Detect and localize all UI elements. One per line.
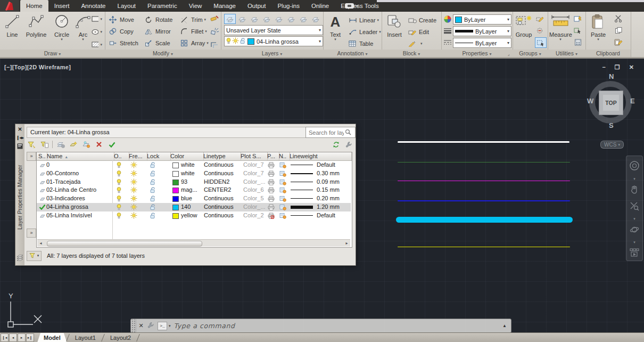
horizontal-scrollbar[interactable]: ◂ ▸: [37, 239, 350, 247]
layer-state-combo[interactable]: Unsaved Layer State ▾: [224, 25, 323, 35]
column-header-fre-[interactable]: Fre...: [127, 152, 147, 160]
group-selection-toggle[interactable]: [535, 37, 547, 48]
group-button[interactable]: Group: [514, 14, 533, 38]
command-prompt-icon[interactable]: >_: [158, 322, 167, 330]
layer-name[interactable]: 04-Linha grossa: [46, 203, 88, 211]
leader-button[interactable]: Leader▾: [349, 27, 381, 37]
layer-freeze-icon[interactable]: [130, 212, 137, 222]
layer-freeze-icon[interactable]: [273, 14, 285, 24]
chevron-down-icon[interactable]: ▾: [633, 241, 635, 243]
settings-icon[interactable]: [344, 140, 353, 149]
stretch-button[interactable]: Stretch: [109, 38, 138, 48]
viewcube-east[interactable]: E: [630, 97, 635, 105]
column-header-plot-s-[interactable]: Plot S...: [239, 152, 268, 160]
layer-isolate-icon[interactable]: [249, 14, 260, 24]
ellipse-button[interactable]: ▾: [92, 27, 102, 37]
trim-button[interactable]: Trim▾: [180, 15, 206, 25]
layer-linetype[interactable]: Continuous: [204, 161, 234, 169]
layer-linetype[interactable]: CENTER2: [204, 186, 231, 194]
array-button[interactable]: Array▾: [180, 38, 209, 48]
layer-properties-icon[interactable]: [224, 14, 236, 24]
set-current-icon[interactable]: [107, 140, 117, 149]
layer-name[interactable]: 05-Linha Invisível: [46, 211, 92, 220]
scroll-right-icon[interactable]: ▸: [343, 240, 350, 247]
prev-tab-icon[interactable]: ◂: [9, 333, 17, 342]
line-button[interactable]: Line: [2, 14, 22, 38]
measure-button[interactable]: Measure ▾: [549, 14, 572, 41]
auto-hide-icon[interactable]: ❙◂▸: [16, 134, 23, 141]
layer-name[interactable]: 01-Tracejada: [46, 178, 80, 186]
fillet-button[interactable]: Fillet▾: [180, 27, 207, 36]
move-button[interactable]: Move: [109, 15, 134, 25]
layer-lineweight[interactable]: Default: [317, 211, 335, 220]
new-layer-icon[interactable]: [69, 140, 78, 149]
circle-button[interactable]: Circle ▾: [50, 14, 73, 41]
layer-unlock-icon[interactable]: [150, 213, 156, 222]
command-grip-handle[interactable]: [131, 319, 136, 332]
scale-button[interactable]: Scale: [145, 38, 170, 48]
linear-dimension-button[interactable]: Linear▾: [349, 15, 379, 25]
panel-label-block[interactable]: Block▾: [382, 50, 441, 57]
viewcube-top-face[interactable]: TOP: [599, 91, 623, 115]
layer-search-input[interactable]: [308, 129, 345, 136]
layer-on-icon[interactable]: [117, 213, 121, 222]
line-03-indicadores[interactable]: [398, 200, 570, 201]
paste-special-button[interactable]: [613, 37, 624, 47]
viewcube-west[interactable]: W: [587, 97, 593, 105]
copy-clip-button[interactable]: [613, 26, 624, 35]
layer-search-box[interactable]: [306, 127, 356, 138]
properties-menu-icon[interactable]: [16, 143, 23, 150]
refresh-icon[interactable]: [331, 140, 341, 149]
arc-button[interactable]: Arc ▾: [75, 14, 92, 41]
mirror-button[interactable]: Mirror: [145, 27, 171, 36]
showmotion-icon[interactable]: [630, 248, 639, 259]
tab-view[interactable]: View: [183, 0, 208, 12]
layer-row-05-linha-invis-vel[interactable]: 05-Linha InvisívelyellowContinuousColor_…: [37, 211, 351, 220]
tab-home[interactable]: Home: [20, 0, 48, 12]
layer-lineweight[interactable]: 0.09 mm: [317, 178, 340, 186]
explode-button[interactable]: [209, 27, 220, 36]
wcs-menu[interactable]: WCS▾: [600, 141, 624, 149]
scroll-left-icon[interactable]: ◂: [37, 240, 44, 247]
tab-output[interactable]: Output: [242, 0, 272, 12]
table-button[interactable]: Table: [349, 39, 373, 48]
new-group-filter-icon[interactable]: [39, 140, 49, 149]
copy-button[interactable]: Copy: [109, 27, 134, 36]
column-header-linetype[interactable]: Linetype: [202, 152, 241, 160]
chevron-down-icon[interactable]: ▾: [633, 178, 635, 180]
orbit-icon[interactable]: [630, 225, 639, 237]
layer-linetype[interactable]: Continuous: [204, 194, 234, 203]
polyline-button[interactable]: Polyline: [23, 14, 49, 38]
viewcube-north[interactable]: N: [609, 72, 614, 80]
tab-insert[interactable]: Insert: [48, 0, 76, 12]
hatch-button[interactable]: ▾: [92, 40, 102, 50]
current-layer-combo[interactable]: 04-Linha grossa ▾: [224, 36, 323, 46]
application-button[interactable]: [0, 0, 19, 12]
column-header-lock[interactable]: Lock: [145, 152, 171, 160]
last-tab-icon[interactable]: ▸❙: [26, 333, 34, 342]
zoom-icon[interactable]: [630, 201, 639, 213]
workspace-switcher-icon[interactable]: ▾: [345, 3, 361, 9]
rectangle-button[interactable]: ▾: [92, 14, 102, 24]
panel-label-draw[interactable]: Draw▾: [0, 50, 105, 57]
drawing-window-controls[interactable]: − ❐ ✕: [602, 64, 638, 71]
layer-lock-icon[interactable]: [298, 14, 309, 24]
command-history-toggle-icon[interactable]: ▲: [502, 323, 507, 328]
quick-select-button[interactable]: [573, 14, 583, 23]
new-layer-vp-frozen-icon[interactable]: [81, 140, 91, 149]
panel-label-groups[interactable]: Groups▾: [513, 50, 548, 57]
first-tab-icon[interactable]: ❙◂: [1, 333, 9, 342]
layout-tab-model[interactable]: Model: [37, 333, 67, 342]
layer-row-02-linha-de-centro[interactable]: 02-Linha de Centromag...CENTER2Color_60.…: [37, 186, 351, 194]
column-header-lineweight[interactable]: Lineweight: [288, 152, 352, 160]
layer-color-swatch[interactable]: [172, 180, 179, 185]
layer-linetype[interactable]: Continuous: [204, 169, 234, 178]
group-edit-button[interactable]: [535, 14, 546, 23]
vp-freeze-icon[interactable]: [279, 213, 286, 222]
lineweight-list-button[interactable]: [442, 26, 453, 36]
layer-row-0[interactable]: 0whiteContinuousColor_7Default: [37, 161, 351, 169]
chevron-down-icon[interactable]: ▾: [633, 218, 635, 220]
panel-label-properties[interactable]: Properties▾ ⌟: [441, 50, 513, 57]
tab-parametric[interactable]: Parametric: [142, 0, 183, 12]
id-point-button[interactable]: [573, 26, 583, 35]
